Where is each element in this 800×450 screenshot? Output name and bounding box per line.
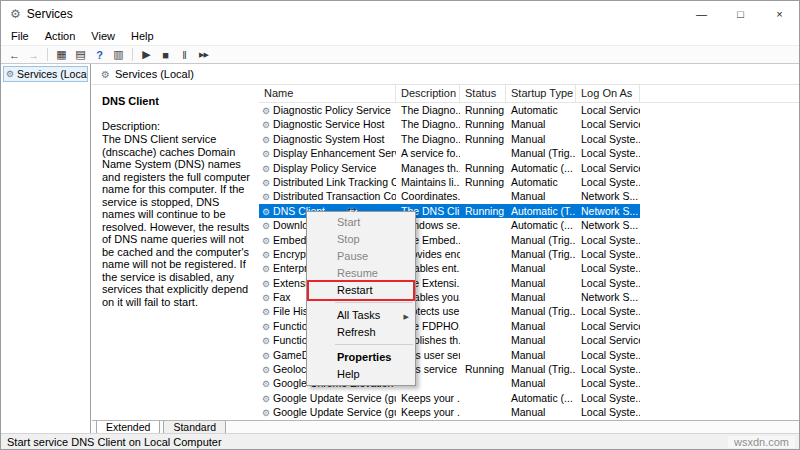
service-icon: ⚙ — [262, 207, 270, 217]
column-header-status[interactable]: Status — [460, 85, 506, 103]
maximize-button[interactable]: □ — [721, 1, 760, 27]
menu-action[interactable]: Action — [37, 27, 84, 45]
cell-logon: Local Syste... — [576, 146, 640, 160]
cell-description: Keeps your ... — [396, 391, 460, 405]
service-description-panel: DNS Client Description: The DNS Client s… — [92, 85, 259, 418]
column-header-startup-type[interactable]: Startup Type — [506, 85, 576, 103]
watermark: wsxdn.com — [728, 436, 795, 448]
menu-view[interactable]: View — [83, 27, 123, 45]
service-name-text: Diagnostic Policy Service — [273, 104, 391, 116]
table-row[interactable]: ⚙Diagnostic System HostThe Diagno...Runn… — [259, 132, 640, 146]
table-row[interactable]: ⚙Distributed Link Tracking Cli...Maintai… — [259, 175, 640, 189]
back-icon[interactable]: ← — [5, 47, 24, 63]
minimize-button[interactable]: — — [682, 1, 721, 27]
service-icon: ⚙ — [262, 322, 270, 332]
cell-startup: Manual — [506, 189, 576, 203]
context-menu-item-start[interactable]: Start — [307, 214, 415, 231]
menu-help[interactable]: Help — [123, 27, 162, 45]
stop-service-icon[interactable]: ■ — [156, 47, 175, 63]
forward-icon[interactable]: → — [24, 47, 43, 63]
column-header-name[interactable]: Name — [259, 85, 396, 103]
table-row[interactable]: ⚙Diagnostic Policy ServiceThe Diagno...R… — [259, 103, 640, 117]
service-icon: ⚙ — [262, 250, 270, 260]
cell-status — [460, 290, 506, 304]
start-service-icon[interactable]: ▶ — [137, 47, 156, 63]
close-button[interactable]: × — [760, 1, 799, 27]
cell-logon: Local Syste... — [576, 304, 640, 318]
column-header-description[interactable]: Description — [396, 85, 460, 103]
context-menu-item-all-tasks[interactable]: All Tasks▶ — [307, 307, 415, 324]
cell-name: ⚙Distributed Transaction Coo... — [259, 189, 396, 203]
cell-status — [460, 189, 506, 203]
cell-name: ⚙Distributed Link Tracking Cli... — [259, 175, 396, 189]
titlebar[interactable]: ⚙ Services —□× — [1, 1, 799, 27]
cell-status: Running — [460, 132, 506, 146]
cell-status: Running — [460, 362, 506, 376]
cell-logon: Local Service — [576, 319, 640, 333]
list-header: NameDescriptionStatusStartup TypeLog On … — [259, 85, 799, 103]
cell-name: ⚙Display Enhancement Service — [259, 146, 396, 160]
service-name-text: Diagnostic Service Host — [273, 118, 384, 130]
cell-logon: Local Syste... — [576, 376, 640, 390]
service-icon: ⚙ — [262, 221, 270, 231]
cell-startup: Manual — [506, 319, 576, 333]
service-name-text: Distributed Transaction Coo... — [273, 190, 396, 202]
table-row[interactable]: ⚙Diagnostic Service HostThe Diagno...Run… — [259, 117, 640, 131]
cell-status — [460, 233, 506, 247]
cell-startup: Manual — [506, 132, 576, 146]
cell-logon: Local Syste... — [576, 405, 640, 418]
cell-description: Coordinates... — [396, 189, 460, 203]
context-menu-item-refresh[interactable]: Refresh — [307, 324, 415, 341]
cell-status — [460, 376, 506, 390]
selected-service-name: DNS Client — [102, 95, 251, 107]
content-header: ⚙ Services (Local) — [92, 64, 799, 85]
service-name-text: Display Policy Service — [273, 162, 376, 174]
table-row[interactable]: ⚙Google Update Service (gup...Keeps your… — [259, 405, 640, 418]
table-row[interactable]: ⚙Distributed Transaction Coo...Coordinat… — [259, 189, 640, 203]
toolbar: ←→▦▤?▥▶■‖▶▶ — [1, 45, 799, 64]
context-menu-item-help[interactable]: Help — [307, 366, 415, 383]
show-console-tree-icon[interactable]: ▦ — [52, 47, 71, 63]
cell-status — [460, 348, 506, 362]
table-row[interactable]: ⚙Display Enhancement ServiceA service fo… — [259, 146, 640, 160]
tree-item-services-local[interactable]: ⚙ Services (Local) — [3, 66, 88, 82]
table-row[interactable]: ⚙Display Policy ServiceManages th...Runn… — [259, 161, 640, 175]
cell-status — [460, 405, 506, 418]
context-menu-item-stop[interactable]: Stop — [307, 231, 415, 248]
menubar: FileActionViewHelp — [1, 27, 799, 45]
content-header-label: Services (Local) — [115, 68, 194, 80]
pause-service-icon[interactable]: ‖ — [175, 47, 194, 63]
context-menu-item-properties[interactable]: Properties — [307, 349, 415, 366]
cell-status: Running — [460, 117, 506, 131]
cell-startup: Manual (Trig... — [506, 146, 576, 160]
column-header-log-on-as[interactable]: Log On As — [576, 85, 640, 103]
cell-logon: Network S... — [576, 204, 640, 218]
cell-startup: Manual — [506, 117, 576, 131]
restart-annotation-box — [307, 280, 415, 301]
cell-status — [460, 247, 506, 261]
services-header-icon: ⚙ — [101, 69, 110, 80]
cell-startup: Automatic (T... — [506, 204, 576, 218]
export-list-icon[interactable]: ▥ — [109, 47, 128, 63]
cell-logon: Local Syste... — [576, 233, 640, 247]
cell-name: ⚙Diagnostic Policy Service — [259, 103, 396, 117]
help-icon[interactable]: ? — [90, 47, 109, 63]
cursor-icon: ↔ — [345, 199, 359, 215]
context-menu-item-pause[interactable]: Pause — [307, 248, 415, 265]
cell-startup: Manual — [506, 348, 576, 362]
menu-file[interactable]: File — [3, 27, 37, 45]
window-controls: —□× — [682, 1, 799, 27]
service-icon: ⚙ — [262, 178, 270, 188]
cell-description: The Diagno... — [396, 132, 460, 146]
service-icon: ⚙ — [262, 192, 270, 202]
toolbar-separator — [47, 48, 48, 61]
cell-logon: Network S... — [576, 290, 640, 304]
service-icon: ⚙ — [262, 135, 270, 145]
table-row[interactable]: ⚙Google Update Service (gup...Keeps your… — [259, 391, 640, 405]
properties-icon[interactable]: ▤ — [71, 47, 90, 63]
restart-service-icon[interactable]: ▶▶ — [194, 47, 213, 63]
service-icon: ⚙ — [262, 408, 270, 418]
console-tree: ⚙ Services (Local) — [1, 64, 91, 433]
service-icon: ⚙ — [262, 351, 270, 361]
cell-startup: Manual (Trig... — [506, 304, 576, 318]
